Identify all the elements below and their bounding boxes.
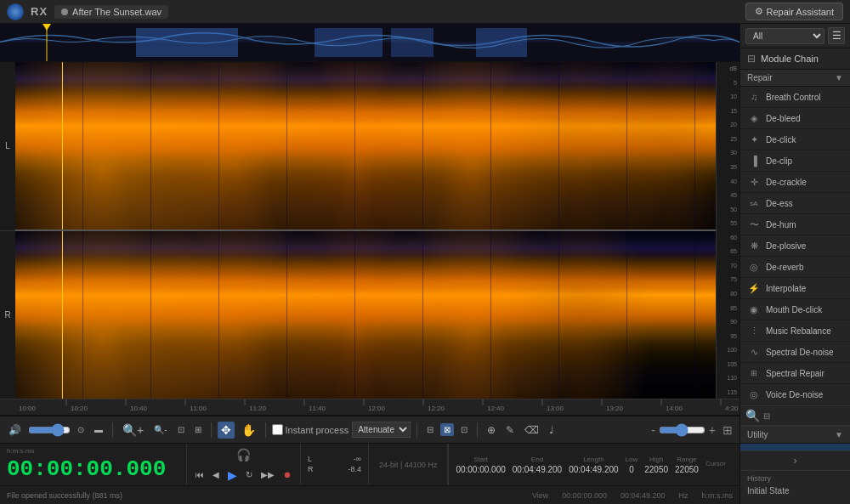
file-tab[interactable]: After The Sunset.wav xyxy=(54,5,168,19)
headphone-button[interactable]: 🎧 xyxy=(233,446,254,463)
hms-label: h:m:s.ms xyxy=(701,491,733,500)
db-mark-35: 35 xyxy=(719,164,737,170)
de-reverb-label: De-reverb xyxy=(766,263,803,272)
de-clip-label: De-clip xyxy=(766,156,792,166)
multi-view-button[interactable]: ⊡ xyxy=(457,423,471,436)
menu-item-de-ess[interactable]: sA De-ess xyxy=(740,193,850,214)
attenuate-select[interactable]: Attenuate xyxy=(352,422,411,438)
menu-item-de-reverb[interactable]: ◎ De-reverb xyxy=(740,257,850,278)
spectral-repair-icon: ⊞ xyxy=(747,366,761,380)
svg-text:12:40: 12:40 xyxy=(487,405,505,412)
waveform-overview[interactable] xyxy=(0,24,740,62)
menu-item-spectral-de-noise[interactable]: ∿ Spectral De-noise xyxy=(740,342,850,363)
eraser-tool-button[interactable]: ⌫ xyxy=(521,422,542,438)
menu-item-music-rebalance[interactable]: ⋮ Music Rebalance xyxy=(740,320,850,342)
zoom-slider[interactable] xyxy=(659,423,706,437)
svg-rect-2 xyxy=(314,28,382,57)
separator-2 xyxy=(211,422,212,438)
waveform-view-button[interactable]: ⊟ xyxy=(423,423,437,436)
big-time-display: 00:00:00.000 xyxy=(7,456,179,482)
zoom-out-small-button[interactable]: - xyxy=(649,423,657,437)
right-menu-button[interactable]: ☰ xyxy=(828,27,845,44)
de-click-label: De-click xyxy=(766,135,796,144)
right-scroll-area[interactable]: Repair ▼ ♫ Breath Control ◈ De-bleed ✦ D… xyxy=(740,70,850,450)
spectrogram-bottom[interactable] xyxy=(15,231,740,399)
zoom-fit-all-button[interactable]: ⊞ xyxy=(721,423,734,437)
menu-item-de-clip[interactable]: ▐ De-clip xyxy=(740,150,850,172)
menu-item-de-hum[interactable]: 〜 De-hum xyxy=(740,214,850,235)
instant-process-label[interactable]: Instant process xyxy=(272,424,349,435)
lasso-tool-button[interactable]: ⊕ xyxy=(484,422,499,438)
instant-process-checkbox[interactable] xyxy=(272,424,283,435)
zoom-in-button[interactable]: 🔍+ xyxy=(119,422,147,439)
end-label: End xyxy=(531,456,543,463)
select-tool-button[interactable]: ✥ xyxy=(218,422,235,439)
utility-section-header[interactable]: Utility ▼ xyxy=(740,426,850,444)
svg-rect-1 xyxy=(136,28,238,57)
menu-item-de-plosive[interactable]: ❋ De-plosive xyxy=(740,235,850,257)
repair-assistant-button[interactable]: ⚙ Repair Assistant xyxy=(745,3,843,20)
high-value: 22050 xyxy=(644,465,668,474)
repair-section-header[interactable]: Repair ▼ xyxy=(740,70,850,87)
module-chain-label: Module Chain xyxy=(761,54,819,64)
expand-panel-button[interactable]: › xyxy=(740,450,850,470)
db-mark-95: 95 xyxy=(719,333,737,339)
db-mark-25: 25 xyxy=(719,136,737,142)
spectrogram-view-button[interactable]: ⊠ xyxy=(440,423,454,436)
music-rebalance-icon: ⋮ xyxy=(747,324,761,337)
menu-item-spectral-repair[interactable]: ⊞ Spectral Repair xyxy=(740,363,850,384)
hand-tool-button[interactable]: ✋ xyxy=(238,422,259,439)
menu-item-de-bleed[interactable]: ◈ De-bleed xyxy=(740,108,850,129)
svg-text:13:00: 13:00 xyxy=(547,405,564,412)
harmonic-tool-button[interactable]: ♩ xyxy=(546,422,558,438)
svg-rect-3 xyxy=(391,28,434,57)
output-toggle[interactable]: ⊙ xyxy=(74,423,88,436)
rewind-button[interactable]: ◀ xyxy=(209,467,223,484)
menu-item-de-click[interactable]: ✦ De-click xyxy=(740,129,850,150)
menu-item-interpolate[interactable]: ⚡ Interpolate xyxy=(740,278,850,299)
db-mark-115: 115 xyxy=(719,389,737,395)
db-mark-70: 70 xyxy=(719,263,737,269)
channel-labels: L R xyxy=(0,62,15,399)
spectrogram-top[interactable] xyxy=(15,62,740,231)
level-value-r: -8.4 xyxy=(348,465,361,473)
speaker-button[interactable]: 🔊 xyxy=(5,422,25,438)
menu-item-breath-control[interactable]: ♫ Breath Control xyxy=(740,87,850,108)
zoom-out-right-button[interactable]: ⊟ xyxy=(763,411,770,421)
menu-item-mouth-de-click[interactable]: ◉ Mouth De-click xyxy=(740,299,850,320)
cursor-label: Cursor xyxy=(706,460,726,467)
music-rebalance-label: Music Rebalance xyxy=(766,326,831,336)
zoom-selection-button[interactable]: ⊡ xyxy=(174,423,188,436)
spectrogram-area[interactable]: L R xyxy=(0,62,740,399)
menu-item-dither[interactable]: ⋯ Dither xyxy=(740,444,850,450)
menu-item-de-crackle[interactable]: ✛ De-crackle xyxy=(740,172,850,193)
fast-forward-button[interactable]: ▶▶ xyxy=(258,467,278,484)
prev-button[interactable]: ⏮ xyxy=(192,467,207,484)
breath-control-label: Breath Control xyxy=(766,93,820,102)
db-mark-105: 105 xyxy=(719,361,737,367)
zoom-fit-button[interactable]: ⊞ xyxy=(191,423,205,436)
menu-item-voice-de-noise[interactable]: ◎ Voice De-noise xyxy=(740,384,850,405)
svg-text:14:00: 14:00 xyxy=(666,405,683,412)
zoom-out-button[interactable]: 🔍- xyxy=(150,423,170,436)
db-mark-90: 90 xyxy=(719,319,737,325)
play-button[interactable]: ▶ xyxy=(224,467,241,484)
history-panel: History Initial State xyxy=(740,470,850,504)
volume-slider[interactable] xyxy=(28,423,71,437)
loop-button[interactable]: ↻ xyxy=(242,467,256,484)
spectrogram-content[interactable] xyxy=(15,62,740,399)
de-hum-label: De-hum xyxy=(766,220,796,229)
low-value: 0 xyxy=(629,465,634,474)
zoom-in-right-button[interactable]: 🔍 xyxy=(745,409,760,422)
zoom-in-small-button[interactable]: + xyxy=(707,423,717,437)
view-label: View xyxy=(532,491,548,500)
range-value: 22050 xyxy=(675,465,699,474)
module-chain-row[interactable]: ⊟ Module Chain xyxy=(740,48,850,70)
pencil-tool-button[interactable]: ✎ xyxy=(502,422,518,438)
filter-select[interactable]: All xyxy=(745,28,824,44)
db-scale-right: dB 5 10 15 20 25 30 35 40 45 50 55 60 65… xyxy=(716,62,740,399)
db-mark-75: 75 xyxy=(719,276,737,282)
record-button[interactable]: ⏺ xyxy=(280,467,295,484)
mono-button[interactable]: ▬ xyxy=(91,423,106,436)
low-marker: Low 0 xyxy=(626,456,638,474)
